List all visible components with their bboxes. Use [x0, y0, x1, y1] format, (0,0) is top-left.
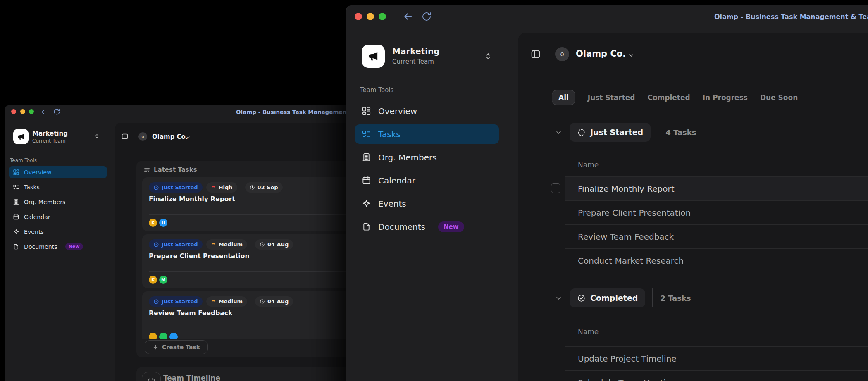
clock-icon: [260, 299, 265, 304]
sidebar-item-events[interactable]: Events: [355, 194, 499, 213]
org-name[interactable]: Olamp Co.: [152, 133, 188, 140]
minimize-button[interactable]: [20, 109, 25, 114]
avatar: [169, 333, 178, 339]
back-button[interactable]: [403, 11, 413, 22]
filter-just-started[interactable]: Just Started: [588, 93, 635, 102]
sidebar-item-label: Documents: [378, 222, 425, 232]
table-row[interactable]: Finalize Monthly Report: [565, 176, 868, 200]
org-avatar[interactable]: o: [555, 47, 569, 61]
sidebar-item-calendar[interactable]: Calendar: [9, 211, 107, 223]
team-logo[interactable]: [362, 45, 385, 68]
refresh-button[interactable]: [53, 108, 60, 115]
sidebar-item-tasks[interactable]: Tasks: [9, 181, 107, 193]
team-switcher-icon[interactable]: [484, 52, 493, 61]
task-title: Review Team Feedback: [149, 310, 232, 317]
minimize-button[interactable]: [367, 13, 374, 20]
close-button[interactable]: [11, 109, 16, 114]
team-role: Current Team: [32, 138, 66, 144]
sidebar-item-org-members[interactable]: Org. Members: [9, 196, 107, 208]
table-row[interactable]: Conduct Market Research: [565, 248, 868, 272]
flag-icon: [211, 185, 216, 190]
chevron-down-icon[interactable]: [627, 52, 635, 59]
sidebar-toggle-button[interactable]: [530, 49, 541, 60]
group-status-pill[interactable]: Completed: [570, 288, 645, 307]
main-panel: o Olamp Co. All Just Started Completed I…: [518, 33, 868, 381]
building-icon: [362, 152, 371, 162]
sidebar-item-label: Events: [378, 199, 406, 209]
filter-completed[interactable]: Completed: [647, 93, 690, 102]
sidebar-item-events[interactable]: Events: [9, 226, 107, 238]
megaphone-icon: [17, 133, 25, 141]
date-badge: 04 Aug: [255, 239, 293, 250]
flag-icon: [211, 242, 216, 247]
table-row[interactable]: Update Project Timeline: [565, 346, 868, 370]
table-row[interactable]: Prepare Client Presentation: [565, 200, 868, 224]
sparkle-icon: [13, 229, 19, 235]
spinner-icon: [577, 128, 586, 137]
row-checkbox[interactable]: [551, 183, 560, 193]
sidebar-item-calendar[interactable]: Calendar: [355, 171, 499, 190]
sidebar-item-label: Calendar: [378, 176, 415, 186]
new-badge: New: [65, 243, 83, 250]
divider: [241, 184, 241, 191]
team-logo[interactable]: [13, 129, 29, 144]
sidebar-item-label: Calendar: [24, 214, 50, 220]
sidebar-section-label: Team Tools: [360, 86, 393, 94]
refresh-button[interactable]: [422, 12, 432, 21]
date-badge: 02 Sep: [245, 182, 283, 193]
sidebar-item-label: Tasks: [378, 129, 401, 139]
check-circle-icon: [577, 294, 586, 302]
avatar: K: [149, 219, 157, 227]
group-count: 2 Tasks: [660, 294, 691, 302]
sidebar-item-overview[interactable]: Overview: [9, 166, 107, 178]
maximize-button[interactable]: [29, 109, 34, 114]
sidebar-item-label: Overview: [24, 169, 52, 176]
sidebar-item-org-members[interactable]: Org. Members: [355, 148, 499, 167]
sidebar-item-documents[interactable]: Documents New: [9, 241, 107, 252]
column-header-name: Name: [578, 328, 599, 336]
collapse-chevron-icon[interactable]: [555, 294, 563, 302]
create-task-button[interactable]: Create Task: [145, 340, 208, 354]
filter-in-progress[interactable]: In Progress: [703, 93, 748, 102]
card-title: Latest Tasks: [154, 166, 197, 174]
divider: [251, 241, 251, 248]
chevron-down-icon[interactable]: [186, 135, 191, 140]
group-status-pill[interactable]: Just Started: [570, 123, 651, 142]
sidebar-item-overview[interactable]: Overview: [355, 101, 499, 121]
maximize-button[interactable]: [379, 13, 386, 20]
status-icon: [153, 299, 159, 305]
avatar: [159, 333, 167, 339]
task-title: Finalize Monthly Report: [149, 195, 235, 203]
avatar-row: K U: [149, 219, 167, 227]
sidebar-toggle-button[interactable]: [121, 133, 129, 140]
table-row[interactable]: Schedule Team Meeting: [565, 370, 868, 381]
tasks-icon: [362, 129, 371, 139]
table-row[interactable]: Review Team Feedback: [565, 224, 868, 248]
close-button[interactable]: [355, 13, 362, 20]
sidebar-item-label: Org. Members: [378, 152, 437, 162]
avatar-row: K M: [149, 276, 167, 284]
divider: [652, 288, 653, 307]
group-header-completed: Completed 2 Tasks: [555, 288, 691, 307]
building-icon: [13, 199, 19, 205]
org-name[interactable]: Olamp Co.: [576, 49, 626, 59]
calendar-icon: [147, 377, 155, 381]
back-button[interactable]: [41, 108, 48, 116]
avatar: [149, 333, 157, 339]
calendar-icon: [362, 176, 371, 185]
filter-due-soon[interactable]: Due Soon: [760, 93, 798, 102]
filter-all[interactable]: All: [552, 90, 575, 105]
priority-badge: Medium: [206, 296, 247, 307]
sidebar-item-documents[interactable]: Documents New: [355, 217, 499, 236]
group-header-just-started: Just Started 4 Tasks: [555, 123, 696, 142]
org-avatar[interactable]: o: [138, 132, 147, 141]
status-icon: [153, 242, 159, 248]
sidebar-item-tasks[interactable]: Tasks: [355, 124, 499, 144]
team-switcher-icon[interactable]: [94, 133, 100, 139]
tasks-icon: [13, 184, 19, 190]
window-tasks: Olamp - Business Task Management & Team …: [346, 5, 868, 381]
sidebar-item-label: Org. Members: [24, 199, 65, 205]
collapse-chevron-icon[interactable]: [555, 129, 563, 136]
clock-icon: [250, 185, 255, 190]
document-icon: [362, 222, 371, 231]
